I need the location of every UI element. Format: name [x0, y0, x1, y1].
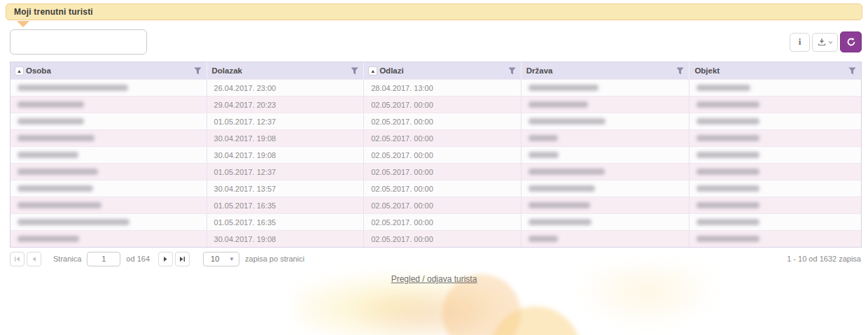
- table-row[interactable]: 30.04.2017. 19:08 02.05.2017. 00:00: [10, 146, 861, 163]
- page: Moji trenutni turisti i: [0, 0, 868, 335]
- cell-dolazak: 29.04.2017. 20:23: [207, 97, 365, 113]
- redacted-object: [696, 135, 760, 141]
- column-header-drzava[interactable]: Država: [522, 62, 690, 79]
- pagination-bar: Stranica od 164 10 ▼ zapisa po stranici …: [10, 250, 861, 267]
- cell-objekt: [690, 130, 861, 146]
- column-label: Dolazak: [212, 66, 242, 75]
- table-row[interactable]: 01.05.2017. 16:35 02.05.2017. 00:00: [10, 197, 861, 213]
- redacted-object: [696, 169, 760, 175]
- filter-icon[interactable]: [676, 67, 684, 75]
- redacted-person-name: [18, 135, 94, 141]
- cell-drzava: [522, 164, 690, 180]
- refresh-icon: [846, 37, 856, 47]
- redacted-country: [528, 219, 592, 225]
- redacted-object: [696, 236, 760, 242]
- redacted-person-name: [18, 219, 130, 225]
- filter-icon[interactable]: [194, 67, 202, 75]
- table-row[interactable]: 30.04.2017. 19:08 02.05.2017. 00:00: [10, 129, 861, 146]
- redacted-country: [528, 202, 590, 208]
- table-header-row: ▲ Osoba Dolazak ▲ Odlazi Država: [10, 62, 861, 79]
- last-page-button[interactable]: [175, 252, 190, 266]
- cell-drzava: [522, 97, 690, 113]
- previous-page-icon: [31, 256, 37, 262]
- table-row[interactable]: 01.05.2017. 16:35 02.05.2017. 00:00: [10, 213, 861, 230]
- table-body: 26.04.2017. 23:00 28.04.2017. 13:00 29.0…: [10, 79, 861, 247]
- cell-odlazi: 02.05.2017. 00:00: [364, 113, 522, 129]
- cell-drzava: [522, 214, 690, 230]
- next-page-button[interactable]: [158, 252, 173, 266]
- page-size-select[interactable]: 10 ▼: [203, 252, 239, 266]
- cell-osoba: [10, 130, 207, 146]
- export-button[interactable]: [812, 33, 838, 52]
- cell-odlazi: 02.05.2017. 00:00: [364, 180, 522, 197]
- last-page-icon: [179, 256, 186, 262]
- active-tab-bar[interactable]: Moji trenutni turisti: [6, 3, 862, 20]
- table-row[interactable]: 01.05.2017. 12:37 02.05.2017. 00:00: [10, 113, 861, 129]
- cell-odlazi: 02.05.2017. 00:00: [364, 214, 522, 230]
- next-page-icon: [162, 256, 169, 262]
- cell-odlazi: 02.05.2017. 00:00: [364, 164, 522, 180]
- cell-drzava: [522, 231, 690, 247]
- redacted-person-name: [18, 185, 93, 192]
- column-header-objekt[interactable]: Objekt: [690, 62, 861, 79]
- cell-osoba: [10, 113, 207, 129]
- filter-icon[interactable]: [508, 67, 516, 75]
- search-input[interactable]: [10, 29, 147, 55]
- cell-drzava: [522, 147, 690, 163]
- redacted-country: [528, 101, 588, 108]
- table-row[interactable]: 29.04.2017. 20:23 02.05.2017. 00:00: [10, 96, 861, 113]
- cell-dolazak: 26.04.2017. 23:00: [207, 80, 365, 96]
- table-row[interactable]: 26.04.2017. 23:00 28.04.2017. 13:00: [10, 79, 861, 96]
- redacted-person-name: [18, 152, 78, 158]
- redacted-object: [696, 85, 750, 91]
- redacted-country: [528, 85, 598, 91]
- column-header-odlazi[interactable]: ▲ Odlazi: [364, 62, 522, 79]
- records-range-label: 1 - 10 od 1632 zapisa: [787, 255, 861, 263]
- cell-drzava: [522, 180, 690, 197]
- column-header-osoba[interactable]: ▲ Osoba: [10, 62, 207, 79]
- cell-odlazi: 28.04.2017. 13:00: [364, 80, 522, 96]
- redacted-person-name: [18, 236, 79, 242]
- column-label: Odlazi: [379, 66, 404, 75]
- cell-dolazak: 01.05.2017. 12:37: [207, 164, 365, 180]
- chevron-down-icon: ▼: [229, 256, 234, 262]
- background-decoration: [350, 287, 504, 335]
- filter-icon[interactable]: [351, 67, 358, 75]
- filter-icon[interactable]: [848, 67, 856, 75]
- table-row[interactable]: 30.04.2017. 13:57 02.05.2017. 00:00: [10, 180, 861, 197]
- redacted-object: [696, 202, 760, 208]
- cell-dolazak: 01.05.2017. 16:35: [207, 197, 365, 213]
- cell-dolazak: 30.04.2017. 19:08: [207, 130, 365, 146]
- cell-odlazi: 02.05.2017. 00:00: [364, 97, 522, 113]
- info-icon: i: [799, 36, 802, 48]
- chevron-down-icon: [828, 41, 833, 44]
- cell-dolazak: 30.04.2017. 19:08: [207, 231, 365, 247]
- cell-objekt: [690, 147, 861, 163]
- sort-asc-icon: ▲: [15, 67, 23, 75]
- table-row[interactable]: 01.05.2017. 12:37 02.05.2017. 00:00: [10, 163, 861, 180]
- page-number-input[interactable]: [87, 252, 120, 266]
- review-checkout-tourists-link[interactable]: Pregled / odjava turista: [391, 274, 477, 284]
- background-decoration: [490, 306, 581, 335]
- sort-asc-icon: ▲: [369, 67, 377, 75]
- cell-osoba: [10, 164, 207, 180]
- table-row[interactable]: 30.04.2017. 19:08 02.05.2017. 00:00: [10, 230, 861, 247]
- cell-objekt: [690, 113, 861, 129]
- cell-objekt: [690, 214, 861, 230]
- cell-objekt: [690, 80, 861, 96]
- previous-page-button[interactable]: [27, 252, 41, 266]
- column-header-dolazak[interactable]: Dolazak: [207, 62, 365, 79]
- refresh-button[interactable]: [840, 31, 862, 52]
- cell-osoba: [10, 180, 207, 197]
- cell-odlazi: 02.05.2017. 00:00: [364, 147, 522, 163]
- cell-osoba: [10, 80, 207, 96]
- column-label: Osoba: [26, 66, 51, 75]
- info-button[interactable]: i: [790, 33, 810, 52]
- first-page-button[interactable]: [10, 252, 24, 266]
- redacted-person-name: [18, 169, 98, 175]
- toolbar-buttons: i: [790, 31, 862, 52]
- redacted-person-name: [18, 85, 128, 91]
- page-label: Stranica: [53, 255, 81, 263]
- redacted-person-name: [18, 101, 84, 108]
- tourists-table: ▲ Osoba Dolazak ▲ Odlazi Država: [10, 62, 862, 248]
